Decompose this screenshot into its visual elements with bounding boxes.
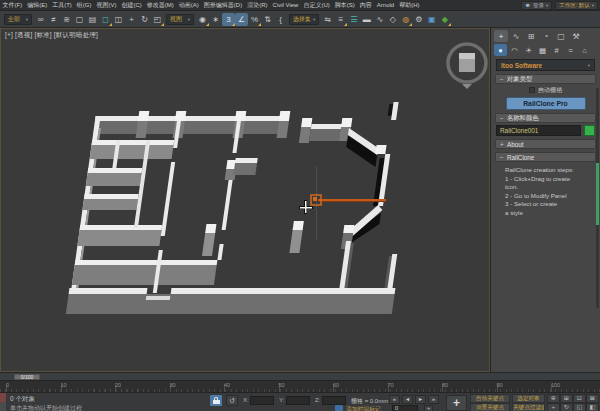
menu-views[interactable]: 视图(V) [94, 0, 119, 10]
go-to-end-button[interactable]: » [428, 395, 439, 404]
zoom-icon[interactable]: ⊕ [547, 394, 560, 403]
wall-plan-model[interactable] [66, 102, 422, 314]
rollout-about[interactable]: + About [495, 139, 596, 149]
rollout-name-and-color[interactable]: − 名称和颜色 [495, 113, 596, 123]
autogrid-checkbox[interactable]: 自动栅格 [491, 85, 600, 95]
select-and-manipulate-icon[interactable]: ∗ [209, 13, 222, 26]
perspective-viewport[interactable]: [+] [透视] [标准] [默认明暗处理] [0, 28, 490, 372]
zoom-extents-icon[interactable]: ⊡ [573, 394, 586, 403]
category-shapes[interactable]: ◠ [508, 44, 521, 56]
schematic-view-icon[interactable]: ◇ [386, 13, 399, 26]
menu-graph-editors[interactable]: 图形编辑器(D) [201, 0, 244, 10]
named-selection-sets-dropdown[interactable]: 选择集 [289, 14, 319, 25]
object-color-swatch[interactable] [584, 125, 595, 136]
tab-hierarchy[interactable]: ⊞ [524, 30, 538, 42]
category-lights[interactable]: ☀ [522, 44, 535, 56]
menu-create[interactable]: 创建(C) [119, 0, 144, 10]
curve-editor-icon[interactable]: ∿ [373, 13, 386, 26]
category-space-warps[interactable]: ≈ [564, 44, 577, 56]
selection-filter-dropdown[interactable]: 全部 [4, 14, 32, 25]
category-dropdown[interactable]: Itoo Software▾ [496, 59, 595, 71]
tab-create[interactable]: + [494, 30, 508, 42]
material-editor-icon[interactable]: ◍ [399, 13, 412, 26]
panel-scrollbar-thumb[interactable] [596, 163, 599, 225]
menu-customize[interactable]: 自定义(U) [301, 0, 332, 10]
y-coordinate-field[interactable] [286, 396, 310, 405]
rollout-railclone[interactable]: − RailClone [495, 152, 596, 162]
tab-display[interactable]: ▢ [554, 30, 568, 42]
key-mode-toggle[interactable]: + [424, 405, 433, 411]
menu-content[interactable]: 内容 [357, 0, 374, 10]
mirror-icon[interactable]: ⇋ [321, 13, 334, 26]
rendered-frame-window-icon[interactable]: ▣ [425, 13, 438, 26]
signin-button[interactable]: ☻登录▾ [521, 1, 553, 10]
rollout-object-type[interactable]: − 对象类型 [495, 74, 596, 84]
align-icon[interactable]: ≡ [334, 13, 347, 26]
object-name-field[interactable]: RailClone001 [496, 125, 581, 136]
category-cameras[interactable]: ▦ [536, 44, 549, 56]
select-object-icon[interactable]: ▢ [73, 13, 86, 26]
use-pivot-center-icon[interactable]: ◉ [196, 13, 209, 26]
selection-lock-toggle[interactable] [210, 395, 222, 406]
rectangular-selection-region-icon[interactable]: ◻ [99, 13, 112, 26]
ribbon-toggle-icon[interactable]: ▬ [360, 13, 373, 26]
edit-named-selections-icon[interactable]: { [274, 13, 287, 26]
maximize-viewport-icon[interactable]: ◧ [586, 403, 599, 411]
render-setup-icon[interactable]: ⚙ [412, 13, 425, 26]
add-time-tag-button[interactable]: 添加时间标记 [346, 405, 381, 411]
menu-rendering[interactable]: 渲染(R) [245, 0, 270, 10]
mini-listener-macro-strip[interactable] [0, 393, 6, 402]
mini-listener-script-strip[interactable] [0, 402, 6, 411]
x-coordinate-field[interactable] [250, 396, 274, 405]
time-slider[interactable]: 0/100 [0, 372, 600, 380]
select-and-link-icon[interactable]: ∞ [34, 13, 47, 26]
select-and-rotate-icon[interactable]: ↻ [138, 13, 151, 26]
select-and-move-icon[interactable]: + [125, 13, 138, 26]
snaps-toggle-icon[interactable]: 3 [222, 13, 235, 26]
render-production-icon[interactable]: ◆ [438, 13, 451, 26]
auto-key-button[interactable]: 自动关键点 [470, 394, 510, 403]
category-helpers[interactable]: # [550, 44, 563, 56]
menu-modifiers[interactable]: 修改器(M) [144, 0, 176, 10]
window-crossing-toggle-icon[interactable]: ◫ [112, 13, 125, 26]
field-of-view-icon[interactable]: ⊠ [586, 394, 599, 403]
key-filters-button[interactable]: 关键点过滤器.. [512, 403, 545, 411]
category-systems[interactable]: ⌂ [578, 44, 591, 56]
key-selected-dropdown[interactable]: 选定对象 [512, 394, 545, 403]
previous-frame-button[interactable]: ◂ [402, 395, 413, 404]
set-key-button[interactable]: 设置关键点 [470, 403, 510, 411]
tab-modify[interactable]: ∿ [509, 30, 523, 42]
panel-scrollbar[interactable] [596, 88, 599, 308]
menu-group[interactable]: 组(G) [74, 0, 94, 10]
menu-scripting[interactable]: 脚本(S) [332, 0, 357, 10]
current-frame-field[interactable]: 0 [392, 405, 418, 411]
track-bar[interactable]: 0102030405060708090100 [0, 380, 600, 392]
workspace-dropdown[interactable]: 工作区: 默认▾ [555, 1, 598, 10]
menu-tools[interactable]: 工具(T) [50, 0, 75, 10]
menu-animation[interactable]: 动画(A) [176, 0, 201, 10]
reference-coordinate-dropdown[interactable]: 视图 [166, 14, 194, 25]
percent-snap-icon[interactable]: % [248, 13, 261, 26]
unlink-selection-icon[interactable]: ≠ [47, 13, 60, 26]
menu-help[interactable]: 帮助(H) [397, 0, 422, 10]
menu-civil-view[interactable]: Civil View [270, 0, 301, 10]
tab-utilities[interactable]: ⚒ [569, 30, 583, 42]
angle-snap-icon[interactable]: ∠ [235, 13, 248, 26]
pan-icon[interactable]: + [547, 403, 560, 411]
set-keys-button[interactable]: + [446, 395, 467, 411]
go-to-start-button[interactable]: « [389, 395, 400, 404]
select-and-scale-icon[interactable]: ◰ [151, 13, 164, 26]
menu-edit[interactable]: 编辑(E) [25, 0, 50, 10]
railclone-pro-button[interactable]: RailClone Pro [506, 97, 586, 110]
category-geometry[interactable]: ● [494, 44, 507, 56]
zoom-region-icon[interactable]: ◱ [573, 403, 586, 411]
absolute-mode-toggle[interactable]: ↺ [226, 395, 238, 406]
layer-manager-icon[interactable]: ☰ [347, 13, 360, 26]
spinner-snap-icon[interactable]: ⇅ [261, 13, 274, 26]
play-button[interactable]: ▸ [415, 395, 426, 404]
menu-file[interactable]: 文件(F) [0, 0, 25, 10]
bind-to-space-warp-icon[interactable]: ≋ [60, 13, 73, 26]
maxscript-mini-listener[interactable] [0, 393, 6, 411]
viewport-label[interactable]: [+] [透视] [标准] [默认明暗处理] [5, 31, 98, 40]
select-by-name-icon[interactable]: ▤ [86, 13, 99, 26]
